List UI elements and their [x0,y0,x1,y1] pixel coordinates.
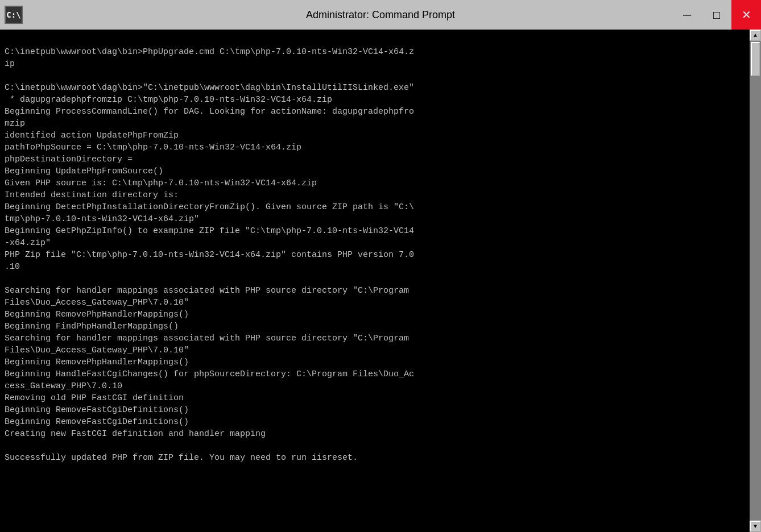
title-bar-left: C:\ [5,6,23,24]
close-button[interactable]: ✕ [731,0,761,30]
scroll-down-button[interactable]: ▼ [750,521,761,532]
content-area: C:\inetpub\wwwroot\dag\bin>PhpUpgrade.cm… [0,30,761,532]
title-bar-title: Administrator: Command Prompt [306,9,455,21]
scroll-up-button[interactable]: ▲ [750,30,761,41]
maximize-button[interactable]: □ [702,0,731,30]
title-bar-controls: ─ □ ✕ [672,0,761,30]
terminal-output[interactable]: C:\inetpub\wwwroot\dag\bin>PhpUpgrade.cm… [0,30,750,532]
scroll-thumb[interactable] [751,42,760,76]
title-bar: C:\ Administrator: Command Prompt ─ □ ✕ [0,0,761,30]
window: C:\ Administrator: Command Prompt ─ □ ✕ … [0,0,761,532]
cmd-icon: C:\ [5,6,23,24]
cmd-icon-text: C:\ [6,10,20,19]
scrollbar[interactable]: ▲ ▼ [750,30,761,532]
minimize-button[interactable]: ─ [672,0,702,30]
scroll-track[interactable] [750,41,761,521]
